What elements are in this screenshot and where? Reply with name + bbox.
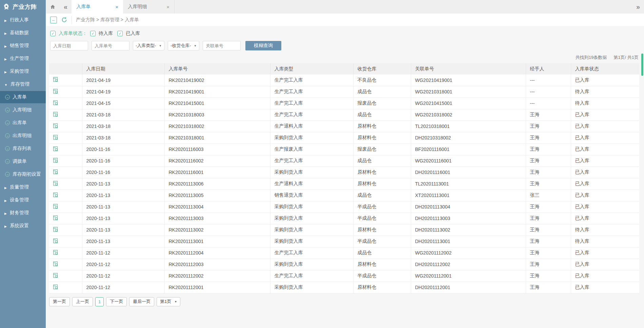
view-detail-icon[interactable] bbox=[53, 157, 59, 163]
view-detail-icon[interactable] bbox=[53, 88, 59, 94]
status-checkbox-all[interactable] bbox=[50, 31, 56, 36]
cell-type: 生产报废入库 bbox=[270, 144, 353, 155]
status-checkbox[interactable] bbox=[117, 31, 123, 36]
cell-handler: 王海 bbox=[526, 167, 571, 178]
sidebar-group-item[interactable]: 库存管理 bbox=[0, 78, 46, 91]
sidebar-group-item[interactable]: 基础数据 bbox=[0, 26, 46, 39]
cell-status: 已入库 bbox=[571, 190, 639, 201]
sidebar-sub-item[interactable]: 出库单 bbox=[0, 116, 46, 129]
view-detail-icon[interactable] bbox=[53, 261, 59, 267]
date-input[interactable] bbox=[50, 41, 88, 50]
column-header: 经手人 bbox=[526, 63, 571, 74]
cell-related-no: TL20210318001 bbox=[411, 121, 526, 132]
table-row: 2020-11-12 RK20201112002 生产完工入库 半成品仓 WG2… bbox=[49, 270, 639, 282]
tab-bar: « 入库单 × 入库明细 × » bbox=[46, 0, 644, 14]
view-detail-icon[interactable] bbox=[53, 238, 59, 244]
sidebar-sub-item[interactable]: 入库明细 bbox=[0, 104, 46, 116]
page-button[interactable]: 第一页 bbox=[49, 297, 70, 306]
sidebar-group-item[interactable]: 采购管理 bbox=[0, 65, 46, 78]
cell-type: 生产完工入库 bbox=[270, 97, 353, 109]
pagination-buttons: 第一页上一页1下一页最后一页 bbox=[49, 297, 154, 306]
cell-handler: --- bbox=[526, 74, 571, 86]
table-header-row: 入库日期入库单号入库类型收货仓库关联单号经手人入库单状态 bbox=[49, 63, 639, 74]
sidebar-item-label: 销售管理 bbox=[10, 43, 29, 49]
sidebar-sub-item[interactable]: 出库明细 bbox=[0, 129, 46, 142]
sidebar-item-label: 出库单 bbox=[13, 120, 27, 126]
sidebar-group-item[interactable]: 系统设置 bbox=[0, 219, 46, 232]
close-icon[interactable]: × bbox=[166, 4, 169, 10]
table-row: 2021-04-19 RK20210419002 生产完工入库 不良品仓 WG2… bbox=[49, 74, 639, 86]
tab[interactable]: 入库单 × bbox=[72, 0, 123, 14]
scroll-tabs-left-icon[interactable]: « bbox=[60, 3, 72, 11]
vertical-scrollbar-thumb[interactable] bbox=[641, 53, 643, 76]
circle-arrow-icon bbox=[5, 133, 10, 138]
page-button[interactable]: 最后一页 bbox=[129, 297, 154, 306]
warehouse-select[interactable]: -收货仓库- ▼ bbox=[168, 41, 199, 50]
sidebar-nav: 行政人事 基础数据 销售管理 生产管理 采购管理 库存管理 入库单 入库明细 出… bbox=[0, 14, 46, 232]
home-icon[interactable] bbox=[46, 4, 60, 10]
triangle-icon bbox=[4, 223, 7, 228]
type-select[interactable]: -入库类型- ▼ bbox=[133, 41, 164, 50]
view-detail-icon[interactable] bbox=[53, 123, 59, 129]
cell-status: 已入库 bbox=[571, 247, 639, 259]
cell-date: 2021-03-18 bbox=[82, 109, 164, 121]
table-row: 2020-11-12 RK20201112003 采购到货入库 原材料仓 DH2… bbox=[49, 259, 639, 270]
close-icon[interactable]: × bbox=[115, 4, 118, 10]
cell-order-no: RK20201113005 bbox=[164, 190, 270, 201]
triangle-icon bbox=[4, 184, 7, 190]
status-checkbox[interactable] bbox=[90, 31, 96, 36]
cell-order-no: RK20201116003 bbox=[164, 144, 270, 155]
view-detail-icon[interactable] bbox=[53, 249, 59, 256]
pagination: 第一页上一页1下一页最后一页 第1页 ▼ bbox=[46, 293, 644, 306]
sidebar-group-item[interactable]: 生产管理 bbox=[0, 52, 46, 65]
view-detail-icon[interactable] bbox=[53, 226, 59, 233]
view-detail-icon[interactable] bbox=[53, 284, 59, 290]
cell-related-no: TL20201113001 bbox=[411, 178, 526, 190]
cell-warehouse: 不良品仓 bbox=[353, 74, 411, 86]
fuzzy-search-button[interactable]: 模糊查询 bbox=[245, 41, 281, 50]
sidebar-group-item[interactable]: 设备管理 bbox=[0, 194, 46, 206]
view-detail-icon[interactable] bbox=[53, 215, 59, 221]
view-detail-icon[interactable] bbox=[53, 146, 59, 152]
sidebar-sub-item[interactable]: 库存期初设置 bbox=[0, 168, 46, 181]
sidebar-sub-item[interactable]: 调拨单 bbox=[0, 155, 46, 168]
cell-status: 已入库 bbox=[571, 132, 639, 144]
cell-warehouse: 原材料仓 bbox=[353, 132, 411, 144]
view-detail-icon[interactable] bbox=[53, 76, 59, 83]
view-detail-icon[interactable] bbox=[53, 134, 59, 140]
cell-date: 2021-04-15 bbox=[82, 97, 164, 109]
sidebar-group-item[interactable]: 行政人事 bbox=[0, 14, 46, 26]
view-detail-icon[interactable] bbox=[53, 100, 59, 106]
sidebar-group-item[interactable]: 财务管理 bbox=[0, 206, 46, 219]
sidebar-group-item[interactable]: 质量管理 bbox=[0, 181, 46, 194]
back-icon[interactable]: ← bbox=[50, 17, 57, 23]
column-header-icon bbox=[49, 63, 82, 74]
cell-status: 已入库 bbox=[571, 282, 639, 293]
cell-order-no: RK20201112003 bbox=[164, 259, 270, 270]
view-detail-icon[interactable] bbox=[53, 111, 59, 117]
related-no-input[interactable] bbox=[203, 41, 241, 50]
page-button[interactable]: 下一页 bbox=[106, 297, 127, 306]
sidebar-sub-item[interactable]: 库存列表 bbox=[0, 142, 46, 155]
table-row: 2020-11-13 RK20201113006 生产退料入库 原材料仓 TL2… bbox=[49, 178, 639, 190]
view-detail-icon[interactable] bbox=[53, 192, 59, 198]
order-no-input[interactable] bbox=[92, 41, 129, 50]
cell-type: 生产完工入库 bbox=[270, 155, 353, 167]
view-detail-icon[interactable] bbox=[53, 180, 59, 187]
tab[interactable]: 入库明细 × bbox=[123, 0, 175, 14]
page-select[interactable]: 第1页 ▼ bbox=[157, 297, 180, 306]
cell-date: 2021-04-19 bbox=[82, 86, 164, 97]
sidebar-sub-item[interactable]: 入库单 bbox=[0, 91, 46, 104]
page-button[interactable]: 上一页 bbox=[72, 297, 93, 306]
cell-warehouse: 半成品仓 bbox=[353, 213, 411, 224]
scroll-tabs-right-icon[interactable]: » bbox=[632, 3, 644, 11]
sidebar-item-label: 采购管理 bbox=[10, 68, 29, 74]
page-button[interactable]: 1 bbox=[95, 297, 104, 306]
sidebar-group-item[interactable]: 销售管理 bbox=[0, 39, 46, 52]
view-detail-icon[interactable] bbox=[53, 272, 59, 279]
column-header: 入库日期 bbox=[82, 63, 164, 74]
view-detail-icon[interactable] bbox=[53, 203, 59, 210]
view-detail-icon[interactable] bbox=[53, 169, 59, 175]
refresh-icon[interactable] bbox=[61, 17, 67, 23]
cell-warehouse: 原材料仓 bbox=[353, 259, 411, 270]
